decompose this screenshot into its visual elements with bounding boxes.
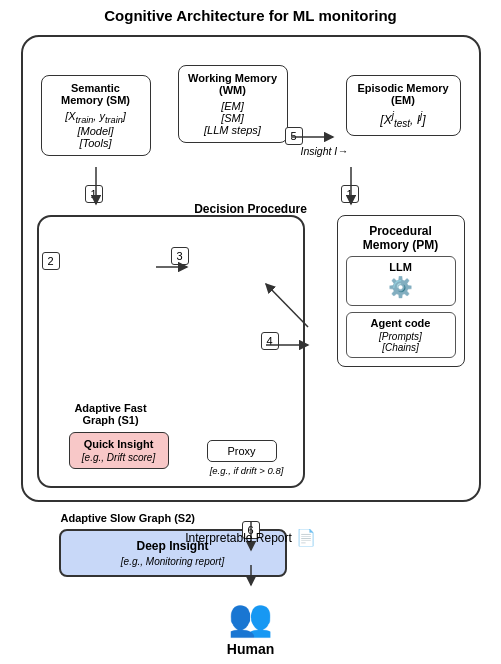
agent-code-sub: [Prompts][Chains]: [353, 331, 449, 353]
diagram: Cognitive Architecture for ML monitoring…: [11, 7, 491, 657]
proxy-box: Proxy: [207, 440, 277, 462]
episodic-memory-label: Episodic Memory (EM): [355, 82, 452, 106]
episodic-memory-content: [Xjtest, Ij]: [355, 110, 452, 129]
working-memory-box: Working Memory (WM) [EM] [SM] [LLM steps…: [178, 65, 288, 143]
fast-graph-label: Adaptive FastGraph (S1): [61, 402, 161, 426]
gear-icon: ⚙️: [353, 275, 449, 299]
deep-insight-sub: [e.g., Monitoring report]: [71, 556, 275, 567]
human-area: 👥 Human: [227, 597, 274, 657]
report-area: Interpretable Report 📄: [185, 528, 316, 547]
working-memory-content: [EM] [SM] [LLM steps]: [187, 100, 279, 136]
badge-3: 3: [171, 247, 189, 265]
llm-box: LLM ⚙️: [346, 256, 456, 306]
quick-insight-sub: [e.g., Drift score]: [76, 452, 162, 463]
badge-1b: 1: [341, 185, 359, 203]
quick-insight-label: Quick Insight: [76, 438, 162, 450]
badge-4: 4: [261, 332, 279, 350]
semantic-memory-label: Semantic Memory (SM): [50, 82, 142, 106]
semantic-memory-content: [Xtrain, ytrain] [Model] [Tools]: [50, 110, 142, 149]
semantic-memory-box: Semantic Memory (SM) [Xtrain, ytrain] [M…: [41, 75, 151, 156]
document-icon: 📄: [296, 528, 316, 547]
agent-code-label: Agent code: [353, 317, 449, 329]
episodic-memory-box: Episodic Memory (EM) [Xjtest, Ij]: [346, 75, 461, 136]
report-label: Interpretable Report 📄: [185, 528, 316, 547]
page-title: Cognitive Architecture for ML monitoring: [11, 7, 491, 24]
proxy-sub: [e.g., if drift > 0.8]: [187, 465, 307, 476]
badge-1a: 1: [85, 185, 103, 203]
quick-insight-box: Quick Insight [e.g., Drift score]: [69, 432, 169, 469]
llm-label: LLM: [353, 261, 449, 273]
decision-procedure-label: Decision Procedure: [194, 202, 307, 216]
procedural-memory-label: Procedural Memory (PM): [346, 224, 456, 252]
badge-5: 5: [285, 127, 303, 145]
badge-2: 2: [42, 252, 60, 270]
procedural-memory-box: Procedural Memory (PM) LLM ⚙️ Agent code…: [337, 215, 465, 367]
insight-label: Insight I→: [301, 145, 348, 157]
human-icon: 👥: [227, 597, 274, 639]
agent-code-box: Agent code [Prompts][Chains]: [346, 312, 456, 358]
outer-box: Semantic Memory (SM) [Xtrain, ytrain] [M…: [21, 35, 481, 502]
human-label: Human: [227, 641, 274, 657]
slow-graph-label: Adaptive Slow Graph (S2): [61, 512, 195, 524]
working-memory-label: Working Memory (WM): [187, 72, 279, 96]
